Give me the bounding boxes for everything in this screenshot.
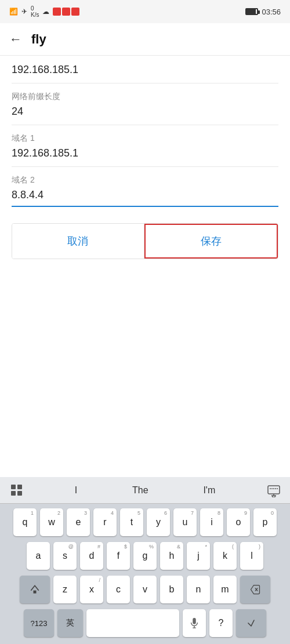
key-e-number: 3 — [84, 510, 87, 516]
battery-icon — [245, 8, 258, 15]
suggestion-bar: I The I'm — [0, 477, 290, 504]
key-p[interactable]: 0p — [253, 508, 277, 536]
key-t-number: 5 — [137, 510, 140, 516]
microphone-key[interactable] — [183, 609, 206, 637]
key-r[interactable]: 4r — [93, 508, 117, 536]
key-k[interactable]: (k — [213, 542, 237, 570]
key-j[interactable]: *j — [187, 542, 210, 570]
gateway-field: 192.168.185.1 — [12, 56, 278, 83]
key-y[interactable]: 6y — [147, 508, 170, 536]
numeric-key[interactable]: ?123 — [24, 609, 54, 637]
prefix-length-value: 24 — [12, 105, 278, 122]
suggestion-i[interactable]: I — [68, 482, 84, 499]
enter-key[interactable] — [236, 609, 266, 637]
time-display: 03:56 — [262, 8, 281, 16]
language-key[interactable]: 英 — [57, 609, 83, 637]
domain2-label: 域名 2 — [12, 175, 278, 185]
key-e[interactable]: 3e — [67, 508, 90, 536]
key-d[interactable]: #d — [80, 542, 103, 570]
keyboard-hide-button[interactable] — [263, 480, 284, 501]
key-v[interactable]: v — [133, 576, 157, 603]
key-t[interactable]: 5t — [120, 508, 143, 536]
question-key[interactable]: ? — [209, 609, 233, 637]
keyboard-rows: 1q 2w 3e 4r 5t 6y 7u 8i — [0, 504, 290, 644]
key-l[interactable]: )l — [240, 542, 263, 570]
key-x[interactable]: /x — [80, 576, 103, 603]
key-h[interactable]: &h — [160, 542, 183, 570]
wifi-icon: 📶 — [9, 8, 18, 16]
key-r-number: 4 — [111, 510, 114, 516]
domain2-input[interactable] — [12, 189, 278, 207]
back-button[interactable]: ← — [9, 32, 22, 47]
svg-rect-0 — [268, 486, 280, 494]
key-q-number: 1 — [31, 510, 34, 516]
key-row-2: a @s #d $f %g &h *j (k )l — [2, 542, 288, 570]
weather-icon: ☁ — [42, 8, 49, 16]
page-title: fly — [31, 32, 46, 47]
app-icons — [53, 8, 79, 16]
content-area: 192.168.185.1 网络前缀长度 24 域名 1 192.168.185… — [0, 56, 290, 259]
key-s[interactable]: @s — [53, 542, 77, 570]
delete-key[interactable] — [240, 576, 270, 603]
key-i-number: 8 — [217, 510, 220, 516]
key-a[interactable]: a — [27, 542, 50, 570]
key-g[interactable]: %g — [133, 542, 157, 570]
key-p-number: 0 — [271, 510, 274, 516]
prefix-length-field: 网络前缀长度 24 — [12, 83, 278, 125]
key-i[interactable]: 8i — [200, 508, 223, 536]
key-q[interactable]: 1q — [13, 508, 37, 536]
keyboard-container: I The I'm 1q 2w — [0, 477, 290, 644]
key-w-number: 2 — [57, 510, 60, 516]
header: ← fly — [0, 23, 290, 56]
key-row-1: 1q 2w 3e 4r 5t 6y 7u 8i — [2, 508, 288, 536]
key-b[interactable]: b — [160, 576, 183, 603]
domain1-field: 域名 1 192.168.185.1 — [12, 125, 278, 167]
key-row-4: ?123 英 ? — [2, 609, 288, 637]
domain2-field: 域名 2 — [12, 167, 278, 209]
shift-key[interactable] — [20, 576, 50, 603]
status-left: 📶 ✈ 0K/s ☁ — [9, 5, 79, 18]
cancel-button[interactable]: 取消 — [12, 224, 144, 259]
status-right: 03:56 — [245, 8, 281, 16]
key-u-number: 7 — [191, 510, 194, 516]
key-c[interactable]: c — [107, 576, 130, 603]
prefix-length-label: 网络前缀长度 — [12, 92, 278, 102]
key-z[interactable]: z — [53, 576, 77, 603]
domain1-value: 192.168.185.1 — [12, 147, 278, 164]
key-row-3: z /x c v b n m — [2, 576, 288, 603]
key-o[interactable]: 9o — [227, 508, 250, 536]
keyboard-grid-icon[interactable] — [6, 480, 27, 501]
suggestion-im[interactable]: I'm — [196, 482, 222, 499]
gateway-value: 192.168.185.1 — [12, 64, 278, 81]
key-o-number: 9 — [244, 510, 247, 516]
key-u[interactable]: 7u — [173, 508, 197, 536]
key-f[interactable]: $f — [107, 542, 130, 570]
signal-icon: ✈ — [21, 8, 27, 16]
suggestion-the[interactable]: The — [125, 482, 155, 499]
domain1-label: 域名 1 — [12, 133, 278, 144]
key-w[interactable]: 2w — [40, 508, 63, 536]
action-buttons: 取消 保存 — [12, 223, 278, 259]
data-speed: 0K/s — [31, 5, 39, 18]
svg-rect-8 — [34, 591, 37, 594]
key-n[interactable]: n — [187, 576, 210, 603]
status-bar: 📶 ✈ 0K/s ☁ 03:56 — [0, 0, 290, 23]
space-key[interactable] — [86, 609, 179, 637]
key-m[interactable]: m — [213, 576, 237, 603]
key-y-number: 6 — [164, 510, 167, 516]
save-button[interactable]: 保存 — [144, 224, 278, 259]
svg-rect-11 — [193, 618, 195, 624]
